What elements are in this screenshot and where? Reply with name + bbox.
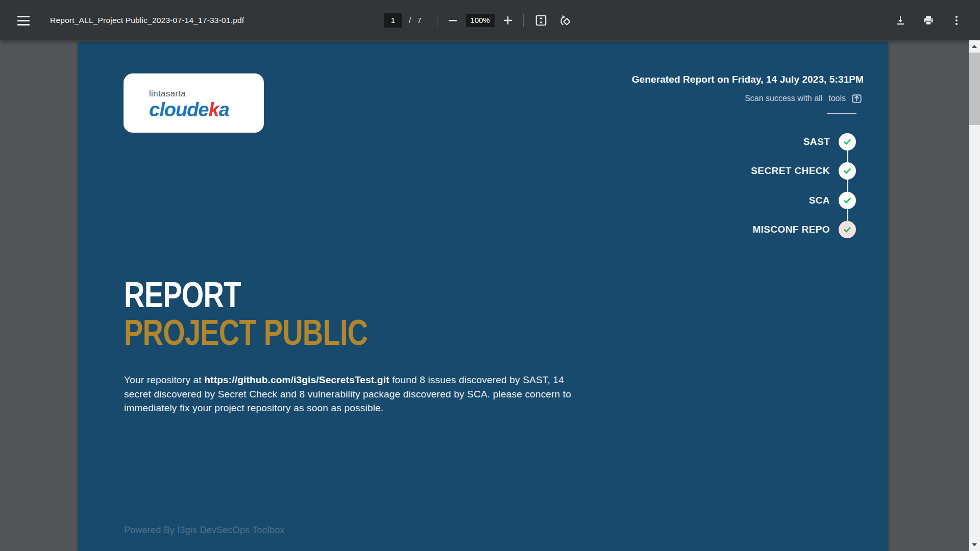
- check-circle: [839, 221, 856, 238]
- download-icon: [894, 14, 906, 27]
- pdf-viewport: lintasarta cloudeka Generated Report on …: [0, 40, 969, 551]
- toolbar-right-controls: [890, 0, 967, 40]
- timeline-label: SECRET CHECK: [751, 165, 830, 177]
- scroll-down-icon: [972, 543, 977, 546]
- scan-tools-label: tools: [828, 94, 846, 103]
- timeline-label: SAST: [803, 136, 830, 147]
- more-vertical-icon: [950, 14, 963, 27]
- hamburger-icon: [17, 16, 30, 26]
- lintasarta-wordmark: lintasarta: [149, 89, 229, 99]
- scrollbar-thumb[interactable]: [969, 53, 980, 125]
- powered-by-footer: Powered By I3gis DevSecOps Toolbox: [124, 525, 285, 536]
- scan-status-text: Scan success with all: [745, 94, 822, 103]
- cloudeka-logo: lintasarta cloudeka: [149, 89, 229, 121]
- timeline-label: MISCONF REPO: [752, 224, 830, 235]
- pdf-toolbar: Report_ALL_Project Public_2023-07-14_17-…: [0, 0, 980, 40]
- summary-line-1: Your repository at https://github.com/i3…: [124, 373, 571, 387]
- scan-underline-divider: [827, 113, 856, 114]
- check-circle: [839, 192, 856, 209]
- page-total-count: 7: [417, 16, 421, 24]
- page-number-input[interactable]: [384, 13, 402, 28]
- fit-to-page-button[interactable]: [531, 10, 551, 31]
- check-circle: [839, 162, 856, 180]
- scan-status-line: Scan success with all tools: [745, 92, 863, 104]
- timeline-item-sca: SCA: [751, 186, 856, 215]
- cloudeka-wordmark: cloudeka: [149, 99, 229, 121]
- summary-text: found 8 issues discovered by SAST, 14: [389, 374, 564, 385]
- scroll-down-button[interactable]: [969, 539, 980, 551]
- menu-button[interactable]: [13, 10, 34, 31]
- zoom-level: 100%: [466, 14, 495, 27]
- cloudeka-logo-card: lintasarta cloudeka: [124, 73, 264, 133]
- print-icon: [922, 14, 935, 27]
- scroll-up-icon: [972, 45, 977, 48]
- check-icon: [842, 195, 852, 206]
- print-button[interactable]: [918, 10, 939, 31]
- rotate-counterclockwise-icon: [559, 14, 572, 27]
- fit-to-page-icon: [534, 14, 548, 27]
- zoom-out-button[interactable]: [443, 10, 463, 31]
- page-separator: /: [409, 16, 411, 24]
- scan-timeline: SAST SECRET CHECK: [751, 127, 856, 244]
- timeline-item-misconf-repo: MISCONF REPO: [751, 215, 856, 245]
- scroll-up-button[interactable]: [969, 40, 980, 53]
- toolbar-divider: [523, 14, 524, 27]
- report-headline: REPORT PROJECT PUBLIC: [124, 276, 368, 352]
- report-summary-paragraph: Your repository at https://github.com/i3…: [124, 373, 571, 415]
- generated-report-line: Generated Report on Friday, 14 July 2023…: [632, 74, 864, 85]
- cloudeka-wordmark-red: k: [208, 99, 218, 120]
- zoom-in-button[interactable]: [498, 10, 518, 31]
- minus-icon: [448, 15, 458, 26]
- more-options-button[interactable]: [946, 10, 967, 31]
- check-icon: [842, 166, 852, 176]
- summary-line-3: immediately fix your project repository …: [124, 401, 571, 415]
- headline-report: REPORT: [124, 276, 368, 314]
- check-icon: [842, 224, 852, 235]
- toolbar-center-controls: / 7 100%: [384, 0, 576, 40]
- timeline-item-sast: SAST: [751, 127, 856, 157]
- summary-line-2: secret discovered by Secret Check and 8 …: [124, 387, 571, 402]
- cloudeka-wordmark-blue-end: a: [219, 99, 229, 120]
- rotate-button[interactable]: [555, 10, 576, 31]
- tools-export-icon: [851, 92, 863, 104]
- check-icon: [842, 137, 852, 147]
- check-circle: [839, 133, 856, 151]
- document-title: Report_ALL_Project Public_2023-07-14_17-…: [50, 0, 244, 40]
- repository-url: https://github.com/i3gis/SecretsTest.git: [204, 374, 389, 385]
- toolbar-divider: [437, 14, 437, 27]
- timeline-item-secret-check: SECRET CHECK: [751, 157, 856, 186]
- download-button[interactable]: [890, 10, 911, 31]
- vertical-scrollbar[interactable]: [969, 40, 980, 551]
- headline-project-name: PROJECT PUBLIC: [124, 314, 368, 352]
- cloudeka-wordmark-blue: cloude: [149, 99, 208, 120]
- timeline-label: SCA: [809, 195, 830, 206]
- summary-text: Your repository at: [124, 374, 204, 385]
- plus-icon: [503, 15, 513, 26]
- pdf-page-1: lintasarta cloudeka Generated Report on …: [78, 42, 888, 551]
